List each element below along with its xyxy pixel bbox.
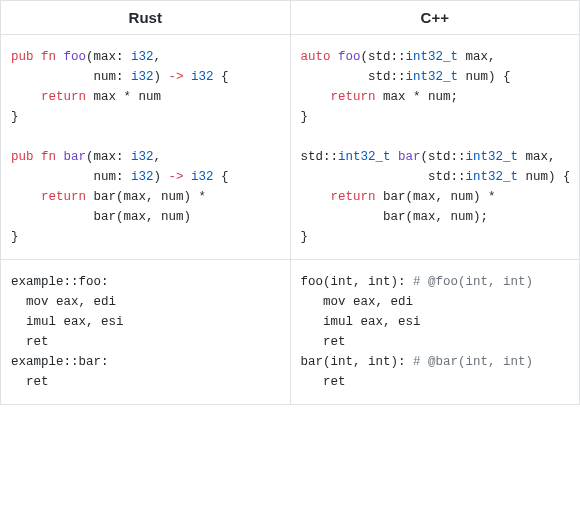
cpp-source-code: auto foo(std::int32_t max, std::int32_t … bbox=[301, 47, 570, 247]
rust-source-cell: pub fn foo(max: i32, num: i32) -> i32 { … bbox=[1, 35, 291, 260]
column-header-rust: Rust bbox=[1, 1, 291, 35]
rust-asm-code: example::foo: mov eax, edi imul eax, esi… bbox=[11, 272, 280, 392]
code-comparison-table: Rust C++ pub fn foo(max: i32, num: i32) … bbox=[0, 0, 580, 405]
assembly-row: example::foo: mov eax, edi imul eax, esi… bbox=[1, 260, 580, 405]
rust-asm-cell: example::foo: mov eax, edi imul eax, esi… bbox=[1, 260, 291, 405]
cpp-asm-code: foo(int, int): # @foo(int, int) mov eax,… bbox=[301, 272, 570, 392]
rust-source-code: pub fn foo(max: i32, num: i32) -> i32 { … bbox=[11, 47, 280, 247]
column-header-cpp: C++ bbox=[290, 1, 580, 35]
cpp-source-cell: auto foo(std::int32_t max, std::int32_t … bbox=[290, 35, 580, 260]
source-row: pub fn foo(max: i32, num: i32) -> i32 { … bbox=[1, 35, 580, 260]
cpp-asm-cell: foo(int, int): # @foo(int, int) mov eax,… bbox=[290, 260, 580, 405]
